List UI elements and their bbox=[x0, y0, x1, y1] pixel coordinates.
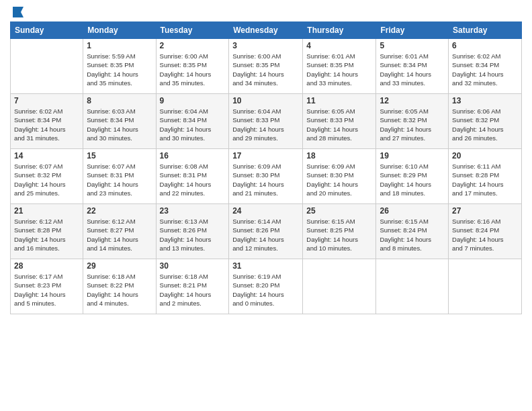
day-info: Sunrise: 6:19 AM Sunset: 8:20 PM Dayligh… bbox=[232, 272, 299, 308]
day-number: 13 bbox=[452, 96, 518, 105]
weekday-header-monday: Monday bbox=[83, 22, 156, 39]
header bbox=[10, 7, 522, 17]
day-number: 27 bbox=[452, 206, 518, 216]
calendar-cell: 8Sunrise: 6:03 AM Sunset: 8:34 PM Daylig… bbox=[83, 94, 156, 149]
calendar-cell bbox=[303, 259, 376, 314]
day-number: 10 bbox=[232, 96, 299, 105]
calendar-cell: 19Sunrise: 6:10 AM Sunset: 8:29 PM Dayli… bbox=[376, 149, 449, 204]
day-number: 25 bbox=[306, 206, 372, 216]
calendar-cell: 9Sunrise: 6:04 AM Sunset: 8:34 PM Daylig… bbox=[156, 94, 229, 149]
day-info: Sunrise: 6:09 AM Sunset: 8:30 PM Dayligh… bbox=[306, 162, 372, 197]
calendar-cell: 11Sunrise: 6:05 AM Sunset: 8:33 PM Dayli… bbox=[303, 94, 376, 149]
calendar-cell: 10Sunrise: 6:04 AM Sunset: 8:33 PM Dayli… bbox=[229, 94, 303, 149]
day-number: 26 bbox=[380, 206, 445, 216]
calendar-week-row: 1Sunrise: 5:59 AM Sunset: 8:35 PM Daylig… bbox=[11, 39, 522, 94]
day-number: 29 bbox=[87, 261, 152, 271]
calendar-cell: 16Sunrise: 6:08 AM Sunset: 8:31 PM Dayli… bbox=[156, 149, 229, 204]
calendar-cell: 13Sunrise: 6:06 AM Sunset: 8:32 PM Dayli… bbox=[449, 94, 522, 149]
day-info: Sunrise: 6:09 AM Sunset: 8:30 PM Dayligh… bbox=[232, 162, 299, 197]
calendar-week-row: 28Sunrise: 6:17 AM Sunset: 8:23 PM Dayli… bbox=[11, 259, 522, 314]
day-info: Sunrise: 6:03 AM Sunset: 8:34 PM Dayligh… bbox=[87, 107, 152, 142]
day-info: Sunrise: 6:02 AM Sunset: 8:34 PM Dayligh… bbox=[452, 52, 518, 87]
day-info: Sunrise: 6:15 AM Sunset: 8:25 PM Dayligh… bbox=[306, 217, 372, 253]
day-number: 4 bbox=[306, 41, 372, 50]
day-info: Sunrise: 6:12 AM Sunset: 8:28 PM Dayligh… bbox=[14, 217, 79, 253]
day-info: Sunrise: 6:08 AM Sunset: 8:31 PM Dayligh… bbox=[160, 162, 226, 197]
day-info: Sunrise: 6:07 AM Sunset: 8:31 PM Dayligh… bbox=[87, 162, 152, 197]
calendar-cell: 24Sunrise: 6:14 AM Sunset: 8:26 PM Dayli… bbox=[229, 204, 303, 259]
day-info: Sunrise: 6:18 AM Sunset: 8:21 PM Dayligh… bbox=[160, 272, 226, 308]
day-number: 16 bbox=[160, 151, 226, 161]
weekday-header-row: SundayMondayTuesdayWednesdayThursdayFrid… bbox=[11, 22, 522, 39]
day-number: 12 bbox=[380, 96, 445, 105]
day-info: Sunrise: 6:13 AM Sunset: 8:26 PM Dayligh… bbox=[160, 217, 226, 253]
calendar-cell: 31Sunrise: 6:19 AM Sunset: 8:20 PM Dayli… bbox=[229, 259, 303, 314]
day-info: Sunrise: 6:15 AM Sunset: 8:24 PM Dayligh… bbox=[380, 217, 445, 253]
day-info: Sunrise: 6:17 AM Sunset: 8:23 PM Dayligh… bbox=[14, 272, 79, 308]
day-number: 2 bbox=[160, 41, 226, 50]
logo-flag-icon bbox=[11, 7, 25, 17]
calendar-table: SundayMondayTuesdayWednesdayThursdayFrid… bbox=[10, 21, 522, 314]
day-number: 19 bbox=[380, 151, 445, 161]
day-info: Sunrise: 6:02 AM Sunset: 8:34 PM Dayligh… bbox=[14, 107, 79, 142]
calendar-cell: 1Sunrise: 5:59 AM Sunset: 8:35 PM Daylig… bbox=[83, 39, 156, 94]
calendar-cell: 14Sunrise: 6:07 AM Sunset: 8:32 PM Dayli… bbox=[11, 149, 83, 204]
day-number: 9 bbox=[160, 96, 226, 105]
calendar-cell: 26Sunrise: 6:15 AM Sunset: 8:24 PM Dayli… bbox=[376, 204, 449, 259]
calendar-cell bbox=[449, 259, 522, 314]
day-info: Sunrise: 6:18 AM Sunset: 8:22 PM Dayligh… bbox=[87, 272, 152, 308]
calendar-cell: 29Sunrise: 6:18 AM Sunset: 8:22 PM Dayli… bbox=[83, 259, 156, 314]
day-info: Sunrise: 6:11 AM Sunset: 8:28 PM Dayligh… bbox=[452, 162, 518, 197]
day-info: Sunrise: 6:06 AM Sunset: 8:32 PM Dayligh… bbox=[452, 107, 518, 142]
day-number: 31 bbox=[232, 261, 299, 271]
day-number: 30 bbox=[160, 261, 226, 271]
calendar-cell: 5Sunrise: 6:01 AM Sunset: 8:34 PM Daylig… bbox=[376, 39, 449, 94]
day-number: 20 bbox=[452, 151, 518, 161]
weekday-header-sunday: Sunday bbox=[11, 22, 83, 39]
calendar-cell: 18Sunrise: 6:09 AM Sunset: 8:30 PM Dayli… bbox=[303, 149, 376, 204]
calendar-cell: 28Sunrise: 6:17 AM Sunset: 8:23 PM Dayli… bbox=[11, 259, 83, 314]
calendar-cell: 3Sunrise: 6:00 AM Sunset: 8:35 PM Daylig… bbox=[229, 39, 303, 94]
weekday-header-saturday: Saturday bbox=[449, 22, 522, 39]
day-info: Sunrise: 6:04 AM Sunset: 8:34 PM Dayligh… bbox=[160, 107, 226, 142]
day-info: Sunrise: 6:05 AM Sunset: 8:32 PM Dayligh… bbox=[380, 107, 445, 142]
calendar-cell: 6Sunrise: 6:02 AM Sunset: 8:34 PM Daylig… bbox=[449, 39, 522, 94]
day-number: 7 bbox=[14, 96, 79, 105]
calendar-cell: 20Sunrise: 6:11 AM Sunset: 8:28 PM Dayli… bbox=[449, 149, 522, 204]
calendar-cell: 2Sunrise: 6:00 AM Sunset: 8:35 PM Daylig… bbox=[156, 39, 229, 94]
day-info: Sunrise: 6:00 AM Sunset: 8:35 PM Dayligh… bbox=[160, 52, 226, 87]
calendar-header: SundayMondayTuesdayWednesdayThursdayFrid… bbox=[11, 22, 522, 39]
day-number: 3 bbox=[232, 41, 299, 50]
day-number: 1 bbox=[87, 41, 152, 50]
day-number: 14 bbox=[14, 151, 79, 161]
calendar-cell: 17Sunrise: 6:09 AM Sunset: 8:30 PM Dayli… bbox=[229, 149, 303, 204]
day-info: Sunrise: 6:16 AM Sunset: 8:24 PM Dayligh… bbox=[452, 217, 518, 253]
calendar-cell: 21Sunrise: 6:12 AM Sunset: 8:28 PM Dayli… bbox=[11, 204, 83, 259]
day-number: 6 bbox=[452, 41, 518, 50]
day-number: 18 bbox=[306, 151, 372, 161]
day-number: 8 bbox=[87, 96, 152, 105]
calendar-week-row: 7Sunrise: 6:02 AM Sunset: 8:34 PM Daylig… bbox=[11, 94, 522, 149]
calendar-cell: 4Sunrise: 6:01 AM Sunset: 8:35 PM Daylig… bbox=[303, 39, 376, 94]
weekday-header-thursday: Thursday bbox=[303, 22, 376, 39]
day-number: 15 bbox=[87, 151, 152, 161]
calendar-week-row: 21Sunrise: 6:12 AM Sunset: 8:28 PM Dayli… bbox=[11, 204, 522, 259]
day-info: Sunrise: 6:10 AM Sunset: 8:29 PM Dayligh… bbox=[380, 162, 445, 197]
page-container: SundayMondayTuesdayWednesdayThursdayFrid… bbox=[0, 0, 532, 321]
calendar-cell: 12Sunrise: 6:05 AM Sunset: 8:32 PM Dayli… bbox=[376, 94, 449, 149]
calendar-cell: 25Sunrise: 6:15 AM Sunset: 8:25 PM Dayli… bbox=[303, 204, 376, 259]
calendar-body: 1Sunrise: 5:59 AM Sunset: 8:35 PM Daylig… bbox=[11, 39, 522, 314]
day-number: 5 bbox=[380, 41, 445, 50]
day-number: 17 bbox=[232, 151, 299, 161]
calendar-cell: 15Sunrise: 6:07 AM Sunset: 8:31 PM Dayli… bbox=[83, 149, 156, 204]
calendar-cell: 22Sunrise: 6:12 AM Sunset: 8:27 PM Dayli… bbox=[83, 204, 156, 259]
day-info: Sunrise: 5:59 AM Sunset: 8:35 PM Dayligh… bbox=[87, 52, 152, 87]
day-info: Sunrise: 6:14 AM Sunset: 8:26 PM Dayligh… bbox=[232, 217, 299, 253]
svg-marker-0 bbox=[13, 7, 24, 17]
weekday-header-friday: Friday bbox=[376, 22, 449, 39]
calendar-cell: 30Sunrise: 6:18 AM Sunset: 8:21 PM Dayli… bbox=[156, 259, 229, 314]
day-info: Sunrise: 6:00 AM Sunset: 8:35 PM Dayligh… bbox=[232, 52, 299, 87]
day-info: Sunrise: 6:12 AM Sunset: 8:27 PM Dayligh… bbox=[87, 217, 152, 253]
calendar-cell: 7Sunrise: 6:02 AM Sunset: 8:34 PM Daylig… bbox=[11, 94, 83, 149]
weekday-header-wednesday: Wednesday bbox=[229, 22, 303, 39]
